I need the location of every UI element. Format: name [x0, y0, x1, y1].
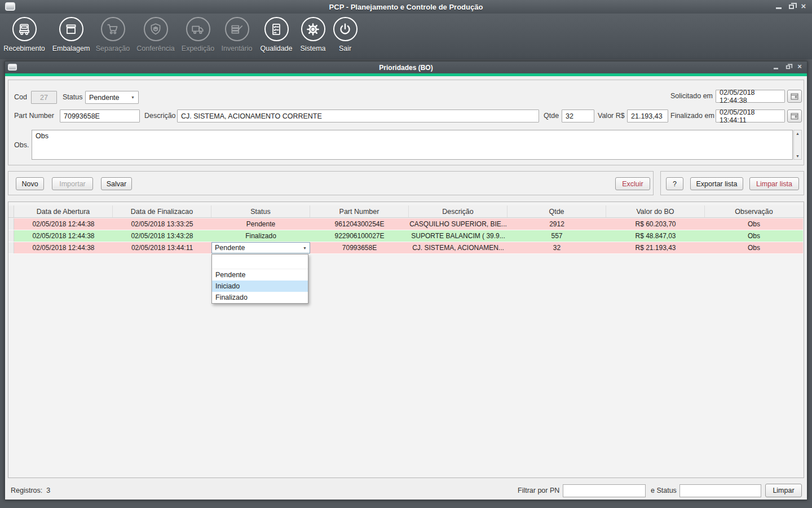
qtde-label: Qtde	[544, 112, 559, 120]
main-toolbar: Recebimento Embalagem Separação Conferên…	[0, 14, 812, 59]
obs-label: Obs.	[14, 141, 29, 149]
obs-scrollbar[interactable]: ▲ ▼	[793, 130, 802, 160]
col-part-number[interactable]: Part Number	[310, 205, 409, 217]
cell-finalizacao: 02/05/2018 13:43:28	[113, 230, 211, 242]
solicitado-label: Solicitado em	[670, 92, 713, 100]
cod-label: Cod	[14, 93, 27, 101]
cell-descricao: CASQUILHO SUPERIOR, BIE...	[409, 218, 508, 230]
package-icon	[59, 17, 83, 41]
part-number-field[interactable]: 70993658E	[60, 110, 140, 122]
chevron-down-icon: ▼	[303, 246, 307, 250]
crud-buttons-panel: Novo Importar Salvar Excluir	[8, 171, 654, 195]
cell-finalizacao: 02/05/2018 13:44:11	[113, 242, 211, 253]
col-observacao[interactable]: Observação	[705, 205, 803, 217]
help-button[interactable]: ?	[666, 177, 683, 190]
registros-label: Registros:	[11, 487, 42, 494]
status-label: Status	[63, 93, 82, 101]
app-icon	[5, 2, 15, 11]
valor-field[interactable]: 21.193,43	[627, 110, 668, 122]
dropdown-option-blank[interactable]	[212, 255, 308, 269]
priorities-grid: Data de Abertura Data de Finalizacao Sta…	[8, 202, 804, 478]
cell-qtde: 557	[508, 230, 606, 242]
status-dropdown-list: Pendente Iniciado Finalizado	[211, 254, 308, 304]
cell-part-number: 922906100027E	[310, 230, 409, 242]
e-status-label: e Status	[651, 487, 677, 494]
col-descricao[interactable]: Descrição	[409, 205, 508, 217]
scroll-up-icon[interactable]: ▲	[796, 130, 800, 137]
dropdown-option-pendente[interactable]: Pendente	[212, 269, 308, 281]
col-data-finalizacao[interactable]: Data de Finalizacao	[113, 205, 211, 217]
main-titlebar: PCP - Planejamento e Controle de Produçã…	[0, 0, 812, 14]
cell-qtde: 2912	[508, 218, 606, 230]
cell-obs: Obs	[705, 230, 803, 242]
filtrar-pn-input[interactable]	[563, 484, 646, 497]
registros-value: 3	[46, 487, 50, 494]
status-select-value: Pendente	[89, 94, 120, 102]
salvar-button[interactable]: Salvar	[101, 177, 132, 190]
col-valor-bo[interactable]: Valor do BO	[606, 205, 705, 217]
minimize-button[interactable]	[775, 2, 783, 11]
cod-field: 27	[31, 91, 57, 104]
window-title: PCP - Planejamento e Controle de Produçã…	[0, 3, 812, 11]
dialog-close-button[interactable]: ×	[796, 62, 804, 71]
dropdown-option-finalizado[interactable]: Finalizado	[212, 292, 308, 303]
status-select[interactable]: Pendente ▼	[85, 91, 139, 104]
dropdown-option-iniciado[interactable]: Iniciado	[212, 281, 308, 292]
finalizado-calendar-button[interactable]	[787, 110, 802, 122]
dialog-minimize-button[interactable]	[772, 62, 780, 71]
descricao-field[interactable]: CJ. SISTEMA, ACIONAMENTO CORRENTE	[177, 110, 539, 122]
cell-part-number: 961204300254E	[310, 218, 409, 230]
form-panel: Cod 27 Status Pendente ▼ Solicitado em 0…	[8, 80, 804, 165]
cell-descricao: SUPORTE BALANCIM ( 39.9...	[409, 230, 508, 242]
qtde-field[interactable]: 32	[562, 110, 594, 122]
truck-front-icon	[12, 17, 37, 41]
registros-counter: Registros: 3	[11, 487, 50, 494]
list-buttons-panel: ? Exportar lista Limpar lista	[660, 171, 804, 195]
restore-button[interactable]	[787, 2, 795, 11]
minimize-icon	[776, 7, 782, 9]
status-cell-combobox[interactable]: Pendente ▼	[211, 242, 310, 253]
table-row[interactable]: 02/05/2018 12:44:38 02/05/2018 13:44:11 …	[8, 242, 804, 254]
close-button[interactable]: ×	[800, 2, 807, 11]
dialog-icon	[8, 64, 17, 71]
prioridades-window: Prioridades (BO) × Cod 27 Status Pendent…	[5, 61, 807, 500]
novo-button[interactable]: Novo	[16, 177, 44, 190]
cell-abertura: 02/05/2018 12:44:38	[14, 230, 113, 242]
table-row[interactable]: 02/05/2018 12:44:38 02/05/2018 13:33:25 …	[8, 218, 804, 230]
obs-textarea[interactable]: Obs	[32, 130, 793, 160]
col-status[interactable]: Status	[211, 205, 310, 217]
cell-obs: Obs	[705, 242, 803, 253]
finalizado-label: Finalizado em	[670, 112, 714, 120]
finalizado-field[interactable]: 02/05/2018 13:44:11	[716, 110, 785, 122]
calendar-icon	[791, 112, 798, 120]
e-status-input[interactable]	[679, 484, 761, 497]
table-row[interactable]: 02/05/2018 12:44:38 02/05/2018 13:43:28 …	[8, 230, 804, 242]
power-icon	[333, 17, 358, 41]
cart-icon	[101, 17, 125, 41]
calendar-icon	[791, 93, 798, 100]
excluir-button[interactable]: Excluir	[615, 177, 650, 190]
toolbar-label: Sair	[339, 45, 351, 52]
dialog-title: Prioridades (BO)	[5, 64, 807, 72]
cell-part-number: 70993658E	[310, 242, 409, 253]
col-data-abertura[interactable]: Data de Abertura	[14, 205, 113, 217]
exportar-lista-button[interactable]: Exportar lista	[690, 177, 743, 190]
cell-abertura: 02/05/2018 12:44:38	[14, 218, 113, 230]
restore-icon	[785, 65, 789, 69]
grid-header-row: Data de Abertura Data de Finalizacao Sta…	[8, 205, 804, 218]
chevron-down-icon: ▼	[131, 95, 135, 99]
row-header-column	[8, 205, 14, 217]
toolbar-label: Recebimento	[3, 45, 45, 52]
scroll-down-icon[interactable]: ▼	[796, 153, 800, 159]
limpar-button[interactable]: Limpar	[765, 484, 802, 497]
limpar-lista-button[interactable]: Limpar lista	[749, 177, 799, 190]
solicitado-field[interactable]: 02/05/2018 12:44:38	[716, 90, 785, 103]
solicitado-calendar-button[interactable]	[787, 90, 802, 103]
cell-status: Finalizado	[211, 230, 310, 242]
col-qtde[interactable]: Qtde	[508, 205, 606, 217]
dialog-titlebar: Prioridades (BO) ×	[5, 62, 807, 73]
dialog-restore-button[interactable]	[784, 62, 792, 71]
cell-abertura: 02/05/2018 12:44:38	[14, 242, 113, 253]
toolbar-item-sair[interactable]: Sair	[314, 17, 376, 52]
minimize-icon	[774, 68, 778, 69]
